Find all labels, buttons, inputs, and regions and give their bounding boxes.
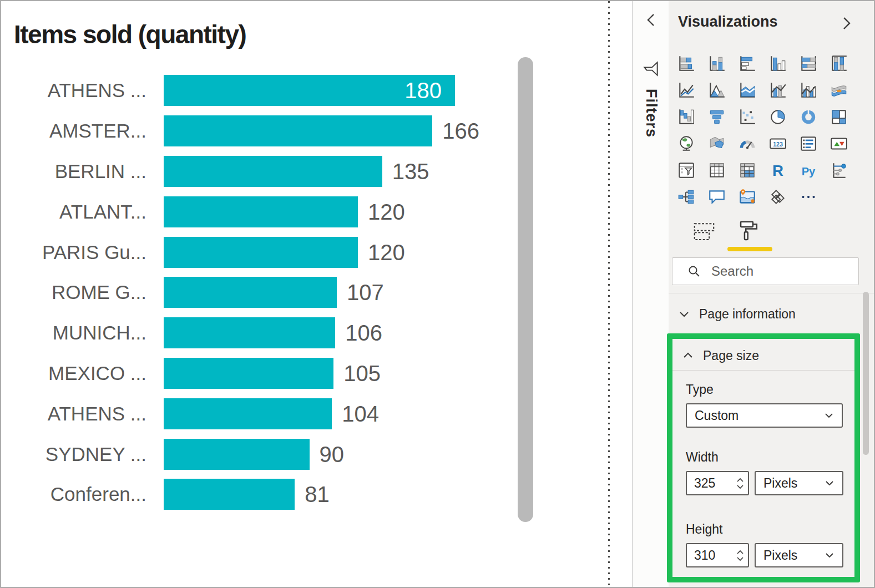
data-label: 104 [342, 401, 379, 426]
data-label: 107 [347, 280, 384, 305]
bar-chart: ATHENS ...180AMSTER...166BERLIN ...135AT… [1, 70, 589, 515]
bar[interactable] [164, 277, 337, 308]
height-input[interactable] [694, 548, 726, 563]
bar[interactable] [164, 479, 295, 510]
width-input-box [686, 471, 749, 495]
tab-fields[interactable] [691, 219, 717, 244]
collapse-visualizations-button[interactable] [838, 14, 855, 33]
arcgis-map-icon[interactable] [738, 187, 757, 206]
bar-row: SYDNEY ...90 [1, 434, 589, 474]
gauge-icon[interactable] [738, 134, 757, 153]
kpi-icon[interactable] [830, 134, 848, 153]
map-icon[interactable] [677, 134, 696, 153]
key-influencers-icon[interactable] [830, 161, 848, 180]
category-label: AMSTER... [1, 120, 146, 142]
width-unit-select[interactable]: Pixels [755, 471, 843, 495]
bar[interactable] [164, 398, 332, 429]
waterfall-chart-icon[interactable] [677, 108, 696, 126]
category-label: ATHENS ... [1, 79, 146, 102]
height-stepper[interactable] [736, 550, 744, 561]
category-label: Conferen... [1, 483, 146, 505]
r-script-icon[interactable] [768, 161, 787, 180]
section-divider [672, 370, 854, 371]
panel-scrollbar[interactable] [863, 292, 869, 455]
data-label: 105 [343, 361, 381, 386]
width-label: Width [686, 450, 719, 465]
more-options-icon[interactable] [799, 187, 818, 206]
bar[interactable]: 180 [164, 75, 455, 106]
slicer-icon[interactable] [677, 161, 696, 180]
chevron-down-icon [823, 477, 836, 489]
multi-row-card-icon[interactable] [799, 134, 818, 153]
table-icon[interactable] [707, 161, 726, 180]
tab-format[interactable] [736, 219, 762, 244]
data-label: 166 [442, 119, 479, 144]
section-page-information[interactable]: Page information [669, 302, 874, 326]
bar-row: MUNICH...106 [1, 313, 589, 353]
hundred-stacked-bar-chart-icon[interactable] [799, 54, 818, 73]
hundred-stacked-column-chart-icon[interactable] [830, 54, 848, 73]
search-input[interactable] [710, 263, 858, 280]
area-chart-icon[interactable] [707, 81, 726, 100]
bar[interactable] [164, 439, 310, 470]
bar[interactable] [164, 156, 382, 187]
stacked-column-chart-icon[interactable] [707, 54, 726, 73]
height-unit-value: Pixels [763, 548, 823, 563]
height-label: Height [686, 522, 722, 537]
card-icon[interactable] [768, 134, 787, 153]
funnel-chart-icon[interactable] [707, 108, 726, 126]
category-label: PARIS Gu... [1, 241, 146, 263]
type-select[interactable]: Custom [686, 403, 843, 428]
data-label: 90 [320, 442, 345, 467]
fields-icon [691, 219, 717, 244]
bar[interactable] [164, 317, 335, 348]
matrix-icon[interactable] [738, 161, 757, 180]
bar[interactable] [164, 196, 358, 227]
section-page-size[interactable]: Page size [672, 343, 854, 368]
bar[interactable] [164, 237, 358, 268]
data-label: 180 [404, 78, 455, 103]
data-label: 135 [392, 159, 429, 184]
chevron-down-icon [823, 409, 835, 422]
chart-scrollbar[interactable] [518, 57, 533, 522]
filter-funnel-icon[interactable] [641, 59, 661, 81]
treemap-icon[interactable] [830, 108, 848, 126]
stacked-bar-chart-icon[interactable] [677, 54, 696, 73]
python-icon[interactable] [799, 161, 818, 180]
bar[interactable] [164, 358, 333, 389]
line-stacked-column-chart-icon[interactable] [768, 81, 787, 100]
scatter-chart-icon[interactable] [738, 108, 757, 126]
page-information-label: Page information [699, 307, 796, 322]
expand-filters-button[interactable] [643, 11, 659, 30]
clustered-bar-chart-icon[interactable] [738, 54, 757, 73]
category-label: ATHENS ... [1, 403, 146, 425]
stacked-area-chart-icon[interactable] [738, 81, 757, 100]
width-input[interactable] [694, 476, 726, 491]
category-label: SYDNEY ... [1, 443, 146, 465]
ribbon-chart-icon[interactable] [830, 81, 848, 100]
clustered-column-chart-icon[interactable] [768, 54, 787, 73]
data-label: 120 [368, 240, 405, 265]
pie-chart-icon[interactable] [768, 108, 787, 126]
stepper-down-icon [736, 556, 744, 561]
power-apps-icon[interactable] [768, 187, 787, 206]
width-stepper[interactable] [736, 478, 744, 489]
bar-row: ATLANT...120 [1, 191, 589, 232]
highlight-annotation-box: Page size Type Custom Width Pixels Heigh… [667, 333, 860, 582]
filled-map-icon[interactable] [707, 134, 726, 153]
category-label: MEXICO ... [1, 362, 146, 384]
bar-row: ATHENS ...180 [1, 70, 589, 111]
height-unit-select[interactable]: Pixels [755, 543, 843, 567]
filters-pane-label[interactable]: Filters [643, 89, 660, 138]
line-chart-icon[interactable] [677, 81, 696, 100]
bar-row: PARIS Gu...120 [1, 232, 589, 272]
bar[interactable] [164, 115, 432, 146]
line-clustered-column-chart-icon[interactable] [799, 81, 818, 100]
decomposition-tree-icon[interactable] [677, 187, 696, 206]
canvas-page-divider [608, 1, 610, 587]
qa-icon[interactable] [707, 187, 726, 206]
donut-chart-icon[interactable] [799, 108, 818, 126]
chevron-down-icon [677, 307, 691, 321]
page-size-label: Page size [703, 348, 759, 363]
bar-row: Conferen...81 [1, 474, 589, 515]
